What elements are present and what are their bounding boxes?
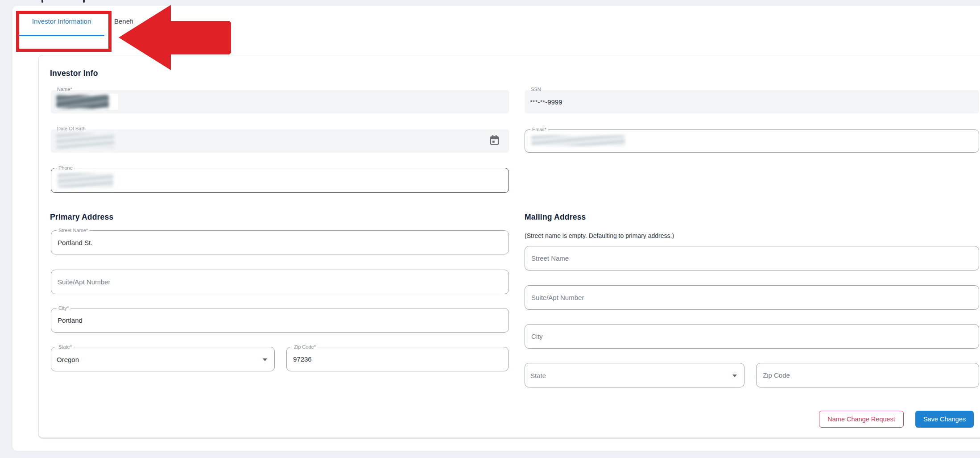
save-changes-button[interactable]: Save Changes	[915, 411, 974, 428]
primary-state-select[interactable]: State* Oregon	[51, 347, 275, 371]
mailing-address-heading: Mailing Address	[525, 212, 586, 222]
name-change-request-button[interactable]: Name Change Request	[819, 411, 904, 428]
calendar-icon[interactable]	[490, 135, 499, 147]
phone-label: Phone	[57, 165, 74, 171]
dropdown-arrow-icon	[263, 358, 267, 361]
dob-field: Date Of Birth	[51, 129, 509, 153]
redacted-dob-value	[56, 133, 114, 148]
primary-state-value: Oregon	[57, 355, 79, 363]
investor-form-card: Investor Info Name* SSN ***-**-9999 Date…	[38, 55, 980, 438]
mailing-state-placeholder: State	[530, 371, 546, 379]
primary-city-input[interactable]	[51, 308, 509, 332]
primary-zip-field[interactable]: Zip Code*	[286, 347, 509, 371]
dropdown-arrow-icon	[732, 375, 737, 377]
ssn-field: SSN ***-**-9999	[525, 90, 979, 113]
primary-city-label: City*	[57, 305, 70, 311]
investor-info-heading: Investor Info	[50, 69, 98, 78]
mailing-street-field[interactable]	[525, 246, 979, 271]
dob-label: Date Of Birth	[55, 125, 87, 132]
name-label: Name*	[55, 86, 74, 92]
form-actions: Name Change Request Save Changes	[819, 411, 974, 428]
ssn-label: SSN	[529, 86, 543, 92]
phone-field[interactable]: Phone	[51, 168, 509, 193]
tab-label: Benefi	[114, 17, 133, 25]
email-label: Email*	[530, 126, 548, 133]
mailing-zip-input[interactable]	[757, 363, 979, 387]
primary-suite-field[interactable]	[51, 270, 509, 294]
primary-suite-input[interactable]	[51, 270, 509, 294]
mailing-suite-input[interactable]	[525, 286, 979, 309]
primary-street-field[interactable]: Street Name*	[51, 230, 509, 254]
redacted-email-value	[531, 135, 625, 146]
ssn-value: ***-**-9999	[530, 98, 562, 106]
primary-zip-label: Zip Code*	[292, 344, 318, 350]
redacted-name-value	[56, 95, 109, 108]
primary-city-field[interactable]: City*	[51, 308, 509, 333]
cutoff-text-remnant	[41, 0, 43, 3]
name-field: Name*	[51, 90, 509, 113]
primary-street-label: Street Name*	[57, 227, 90, 233]
tab-bar: Investor Information Benefi	[12, 6, 980, 36]
mailing-city-field[interactable]	[525, 324, 979, 349]
mailing-zip-field[interactable]	[756, 363, 979, 387]
redacted-phone-value	[58, 173, 113, 187]
content-panel: Investor Information Benefi Investor Inf…	[12, 6, 980, 451]
mailing-suite-field[interactable]	[525, 285, 979, 310]
primary-state-label: State*	[57, 344, 74, 350]
primary-street-input[interactable]	[51, 231, 509, 254]
mailing-state-select[interactable]: State	[525, 363, 744, 387]
email-field[interactable]: Email*	[525, 129, 979, 153]
primary-address-heading: Primary Address	[50, 212, 113, 222]
tab-beneficiaries[interactable]: Benefi	[104, 6, 138, 36]
tab-label: Investor Information	[32, 17, 91, 25]
mailing-default-note: (Street name is empty. Defaulting to pri…	[525, 232, 674, 239]
mailing-city-input[interactable]	[525, 325, 979, 348]
tab-investor-information[interactable]: Investor Information	[19, 6, 104, 36]
mailing-street-input[interactable]	[525, 246, 979, 270]
primary-zip-input[interactable]	[287, 347, 508, 371]
cutoff-text-remnant	[83, 0, 85, 3]
